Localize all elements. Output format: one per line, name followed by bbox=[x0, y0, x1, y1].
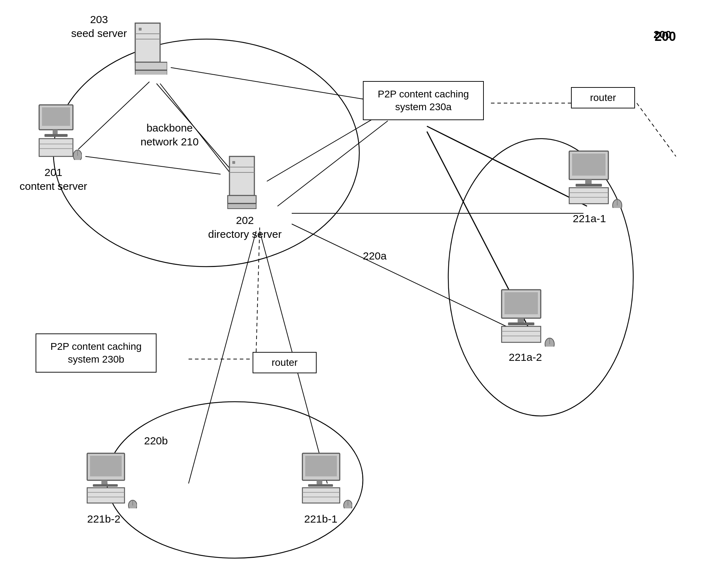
svg-line-13 bbox=[292, 224, 530, 338]
svg-rect-52 bbox=[504, 292, 538, 314]
seed-server-label: 203 seed server bbox=[71, 12, 127, 40]
svg-rect-28 bbox=[42, 107, 70, 126]
router-bottom-box: router bbox=[253, 352, 317, 373]
pc-221b2-icon bbox=[84, 451, 137, 510]
content-server-icon bbox=[36, 103, 82, 161]
svg-rect-64 bbox=[302, 488, 340, 503]
svg-line-17 bbox=[256, 228, 260, 352]
router-top-box: router bbox=[571, 87, 635, 108]
svg-rect-73 bbox=[87, 488, 125, 503]
backbone-network-label: backbone network 210 bbox=[141, 121, 199, 149]
svg-line-10 bbox=[427, 126, 587, 206]
content-server-label: 201 content server bbox=[20, 165, 87, 193]
svg-rect-41 bbox=[228, 204, 256, 209]
svg-rect-70 bbox=[90, 456, 122, 476]
svg-rect-61 bbox=[305, 456, 337, 476]
svg-rect-40 bbox=[228, 196, 256, 203]
directory-server-label: 202 directory server bbox=[208, 213, 282, 241]
network-220b-label: 220b bbox=[144, 434, 168, 448]
svg-line-8 bbox=[267, 110, 388, 181]
svg-rect-30 bbox=[44, 134, 68, 137]
pc-221b1-icon bbox=[299, 451, 352, 510]
svg-line-15 bbox=[637, 103, 676, 156]
diagram-number: 200 bbox=[654, 28, 671, 41]
pc-221a2-label: 221a-2 bbox=[509, 350, 542, 364]
svg-rect-31 bbox=[39, 139, 73, 156]
svg-rect-62 bbox=[317, 480, 322, 484]
svg-rect-63 bbox=[308, 484, 333, 487]
svg-line-5 bbox=[171, 68, 388, 103]
svg-line-19 bbox=[189, 231, 256, 483]
svg-rect-37 bbox=[232, 161, 235, 164]
svg-rect-22 bbox=[139, 28, 142, 31]
svg-rect-25 bbox=[135, 62, 167, 70]
directory-server-icon bbox=[222, 155, 261, 215]
svg-point-0 bbox=[53, 39, 359, 267]
pc-221a1-icon bbox=[566, 149, 623, 209]
p2p-caching-230b-box: P2P content caching system 230b bbox=[36, 333, 157, 373]
pc-221b2-label: 221b-2 bbox=[87, 512, 120, 526]
svg-line-7 bbox=[85, 156, 221, 174]
svg-rect-29 bbox=[53, 130, 58, 134]
pc-221a2-icon bbox=[498, 288, 555, 348]
svg-rect-45 bbox=[576, 184, 602, 187]
svg-rect-44 bbox=[585, 180, 592, 184]
network-220a-label: 220a bbox=[363, 249, 387, 263]
svg-rect-72 bbox=[93, 484, 118, 487]
pc-221a1-label: 221a-1 bbox=[573, 212, 606, 225]
svg-rect-53 bbox=[518, 318, 524, 322]
svg-rect-71 bbox=[101, 480, 107, 484]
svg-rect-26 bbox=[135, 70, 167, 75]
svg-rect-43 bbox=[572, 154, 605, 176]
svg-rect-46 bbox=[569, 188, 608, 204]
svg-rect-54 bbox=[508, 322, 534, 325]
seed-server-icon bbox=[128, 21, 167, 76]
svg-line-3 bbox=[78, 82, 149, 149]
p2p-caching-230a-box: P2P content caching system 230a bbox=[363, 81, 484, 120]
pc-221b1-label: 221b-1 bbox=[304, 512, 337, 526]
diagram-container: 200 203 seed server bbox=[0, 0, 714, 588]
svg-rect-55 bbox=[502, 326, 541, 342]
svg-line-9 bbox=[277, 121, 388, 206]
